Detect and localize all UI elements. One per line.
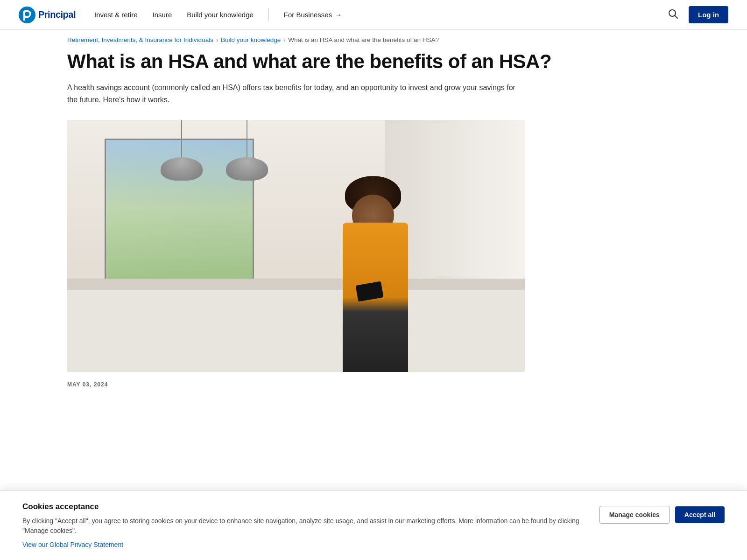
hero-scene bbox=[67, 120, 525, 372]
counter-top bbox=[67, 279, 525, 290]
search-icon bbox=[668, 9, 678, 19]
nav-invest-retire[interactable]: Invest & retire bbox=[94, 11, 138, 19]
breadcrumb-section[interactable]: Build your knowledge bbox=[221, 36, 281, 43]
lamp-shade-2 bbox=[226, 157, 268, 181]
nav-divider bbox=[268, 8, 269, 21]
main-content: What is an HSA and what are the benefits… bbox=[0, 50, 747, 416]
nav-links: Invest & retire Insure Build your knowle… bbox=[94, 8, 665, 21]
lamp-cord-2 bbox=[247, 120, 247, 157]
article-title: What is an HSA and what are the benefits… bbox=[67, 50, 680, 73]
nav-right: Log in bbox=[665, 6, 728, 23]
nav-build-knowledge[interactable]: Build your knowledge bbox=[187, 11, 254, 19]
article-intro: A health savings account (commonly calle… bbox=[67, 82, 525, 105]
breadcrumb: Retirement, Investments, & Insurance for… bbox=[0, 30, 747, 50]
hero-image bbox=[67, 120, 525, 372]
kitchen-counter bbox=[67, 279, 525, 372]
logo[interactable]: Principal bbox=[19, 7, 76, 23]
article-date: MAY 03, 2024 bbox=[67, 381, 680, 388]
svg-line-3 bbox=[675, 15, 677, 18]
nav-for-businesses[interactable]: For Businesses → bbox=[284, 11, 342, 19]
svg-point-1 bbox=[25, 12, 29, 16]
pendant-lamp-1 bbox=[161, 120, 203, 181]
navbar: Principal Invest & retire Insure Build y… bbox=[0, 0, 747, 30]
nav-insure[interactable]: Insure bbox=[153, 11, 172, 19]
breadcrumb-current: What is an HSA and what are the benefits… bbox=[288, 36, 439, 43]
pendant-lamp-2 bbox=[226, 120, 268, 181]
breadcrumb-sep-1: › bbox=[216, 37, 218, 43]
login-button[interactable]: Log in bbox=[689, 6, 728, 23]
logo-text: Principal bbox=[38, 9, 76, 20]
breadcrumb-sep-2: › bbox=[283, 37, 285, 43]
lamp-shade-1 bbox=[161, 157, 203, 181]
woman-figure bbox=[329, 171, 422, 372]
principal-logo-icon bbox=[19, 7, 35, 23]
breadcrumb-home[interactable]: Retirement, Investments, & Insurance for… bbox=[67, 36, 213, 43]
search-button[interactable] bbox=[665, 6, 681, 23]
lamp-cord-1 bbox=[181, 120, 182, 157]
